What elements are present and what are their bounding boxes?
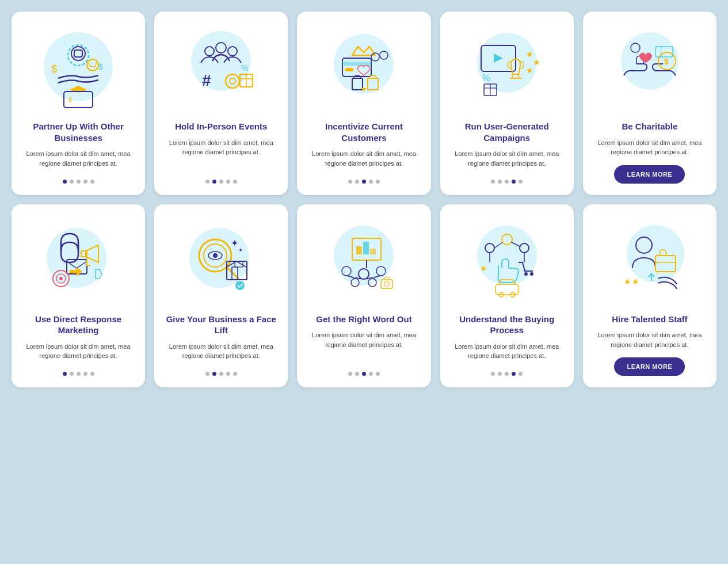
card-direct-response: Use Direct Response Marketing Lorem ipsu…	[12, 204, 145, 388]
card-body-hire: Lorem ipsum dolor sit dim amet, mea regi…	[591, 330, 708, 349]
svg-text:$: $	[98, 62, 103, 71]
dot-1	[63, 180, 67, 184]
dot-5	[376, 372, 380, 376]
card-title-word: Get the Right Word Out	[316, 314, 411, 325]
card-title-events: Hold In-Person Events	[175, 121, 267, 132]
dot-4	[512, 372, 516, 376]
card-buying: ★ Understand the Buying Process Lorem ip…	[440, 204, 574, 388]
svg-point-48	[189, 228, 249, 288]
learn-more-hire[interactable]: LEARN MORE	[614, 357, 685, 376]
svg-point-75	[384, 281, 389, 286]
dot-1	[491, 180, 495, 184]
card-title-incentivize: Incentivize Current Customers	[305, 121, 422, 143]
svg-text:$: $	[51, 63, 57, 75]
dot-1	[348, 372, 352, 376]
card-body-charitable: Lorem ipsum dolor sit dim amet, mea regi…	[591, 138, 708, 157]
svg-rect-21	[342, 62, 371, 66]
dot-5	[376, 180, 380, 184]
card-grid: $ $ $ Partner Up With Other Businesses L…	[12, 12, 716, 387]
dot-1	[348, 180, 352, 184]
dots-ugc	[491, 180, 523, 184]
dot-4	[369, 180, 373, 184]
svg-text:$: $	[664, 57, 669, 66]
dots-partner	[63, 180, 94, 184]
card-hold-events: # % Hold In-Person Events Lorem ipsum do…	[154, 12, 288, 195]
dot-2	[355, 372, 359, 376]
dot-3	[219, 372, 223, 376]
svg-point-82	[530, 272, 533, 276]
dot-5	[233, 180, 237, 184]
svg-text:★: ★	[632, 277, 639, 286]
dot-1	[205, 372, 209, 376]
card-title-ugc: Run User-Generated Campaigns	[448, 121, 566, 143]
svg-point-59	[235, 281, 245, 290]
dot-4	[83, 180, 87, 184]
svg-text:★: ★	[533, 58, 540, 67]
dot-2	[212, 180, 216, 184]
card-icon-hire: ★ ★	[604, 214, 696, 306]
dot-2	[498, 372, 502, 376]
card-icon-charitable: $	[604, 21, 696, 113]
dot-3	[505, 372, 509, 376]
dots-events	[205, 180, 237, 184]
dots-facelift	[205, 372, 237, 376]
dot-1	[491, 372, 495, 376]
svg-point-9	[191, 31, 251, 91]
dot-2	[498, 180, 502, 184]
card-body-direct: Lorem ipsum dolor sit dim amet, mea regi…	[20, 342, 137, 364]
svg-text:★: ★	[526, 66, 533, 75]
dots-incentivize	[348, 180, 380, 184]
dot-3	[505, 180, 509, 184]
dot-4	[369, 372, 373, 376]
learn-more-charitable[interactable]: LEARN MORE	[614, 165, 685, 184]
card-icon-ugc: ★ ★ ★ %	[461, 21, 553, 113]
svg-point-47	[59, 277, 63, 280]
dot-4	[226, 372, 230, 376]
svg-text:✦: ✦	[231, 238, 238, 248]
svg-point-36	[621, 32, 679, 90]
card-body-buying: Lorem ipsum dolor sit dim amet, mea regi…	[448, 342, 566, 364]
dots-buying	[491, 372, 523, 376]
card-body-ugc: Lorem ipsum dolor sit dim amet, mea regi…	[448, 149, 566, 172]
dot-2	[70, 372, 74, 376]
card-partner-businesses: $ $ $ Partner Up With Other Businesses L…	[12, 12, 145, 195]
svg-text:#: #	[202, 71, 211, 89]
card-title-charitable: Be Charitable	[622, 121, 678, 132]
dot-5	[519, 180, 523, 184]
card-title-partner: Partner Up With Other Businesses	[20, 121, 137, 143]
svg-rect-74	[381, 280, 392, 288]
dot-3	[362, 372, 366, 376]
dot-2	[70, 180, 74, 184]
card-ugc: ★ ★ ★ % Run User-Generated Campaigns Lor…	[440, 12, 574, 195]
dot-3	[362, 180, 366, 184]
svg-point-60	[334, 226, 394, 285]
dots-direct	[63, 372, 94, 376]
dot-3	[77, 180, 81, 184]
card-title-direct: Use Direct Response Marketing	[20, 314, 137, 336]
svg-rect-83	[496, 284, 519, 295]
card-body-partner: Lorem ipsum dolor sit dim amet, mea regi…	[20, 149, 137, 172]
svg-text:%: %	[241, 63, 248, 73]
card-icon-partner: $ $ $	[32, 21, 124, 113]
card-body-word: Lorem ipsum dolor sit dim amet, mea regi…	[305, 330, 422, 364]
card-charitable: $ Be Charitable Lorem ipsum dolor sit di…	[583, 12, 716, 195]
svg-point-81	[524, 272, 528, 276]
card-icon-direct	[32, 214, 124, 306]
card-title-buying: Understand the Buying Process	[448, 314, 566, 336]
dot-3	[219, 180, 223, 184]
svg-text:★: ★	[624, 277, 631, 286]
dot-2	[355, 180, 359, 184]
dot-3	[77, 372, 81, 376]
card-icon-incentivize	[318, 21, 410, 113]
svg-point-86	[627, 225, 684, 283]
dot-4	[226, 180, 230, 184]
dot-5	[90, 372, 94, 376]
dot-5	[233, 372, 237, 376]
card-title-facelift: Give Your Business a Face Lift	[162, 314, 280, 336]
card-incentivize: Incentivize Current Customers Lorem ipsu…	[297, 12, 430, 195]
svg-text:✦: ✦	[238, 247, 243, 253]
card-icon-buying: ★	[461, 214, 553, 306]
dot-5	[519, 372, 523, 376]
card-hire-staff: ★ ★ Hire Talented Staff Lorem ipsum dolo…	[583, 204, 716, 388]
dot-1	[205, 180, 209, 184]
